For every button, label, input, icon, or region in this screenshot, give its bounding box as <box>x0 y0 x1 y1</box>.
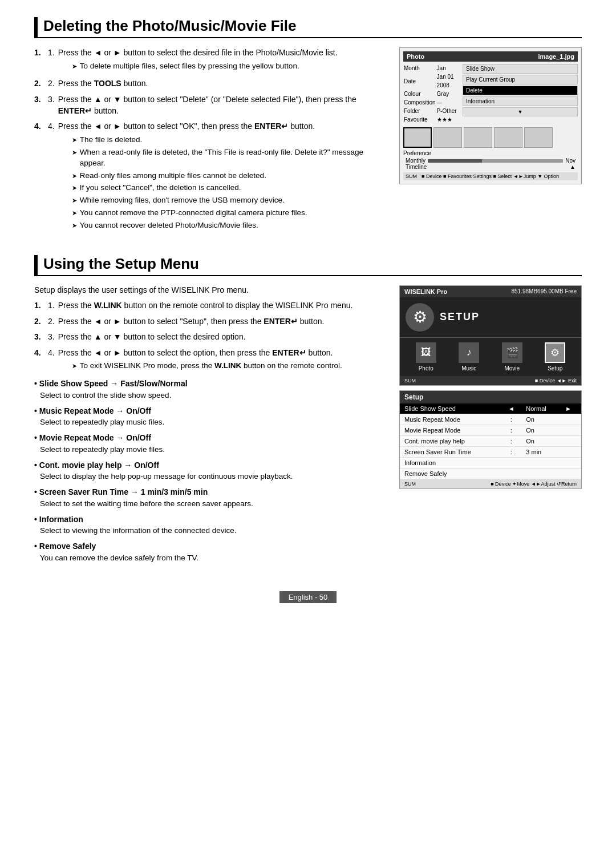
wiselink-label: WISELINK Pro <box>404 288 447 295</box>
setup-step-2: 2. Press the ◄ or ► button to select "Se… <box>34 316 388 328</box>
delete-step-4: 4. Press the ◄ or ► button to select "OK… <box>34 121 388 233</box>
setup-table-ui: Setup Slide Show Speed ◄ Normal ► Music … <box>399 390 582 489</box>
menu-slideshow: Slide Show <box>463 64 578 74</box>
wiselink-gear-icon: ⚙ <box>406 303 434 332</box>
setup-table-footer: SUM ■ Device ✦Move ◄►Adjust ↺Return <box>400 479 581 488</box>
wiselink-setup-label: SETUP <box>440 311 480 323</box>
wiselink-storage: 851.98MB695.00MB Free <box>511 288 577 294</box>
wiselink-icon-setup: ⚙ Setup <box>545 342 565 371</box>
section-setup: Using the Setup Menu Setup displays the … <box>34 255 582 568</box>
setup-row-movie: Movie Repeat Mode : On <box>400 425 581 435</box>
setup-bullets: • Slide Show Speed → Fast/Slow/Normal Se… <box>34 378 388 563</box>
sub-recover: You cannot recover deleted Photo/Music/M… <box>72 220 388 231</box>
delete-step-1-sub: To delete multiple files, select files b… <box>72 61 338 72</box>
photo-ui-filename: image_1.jpg <box>538 53 574 60</box>
sub-ptp: You cannot remove the PTP-connected digi… <box>72 208 388 219</box>
section-setup-text: Setup displays the user settings of the … <box>34 285 388 568</box>
section-setup-title: Using the Setup Menu <box>34 255 582 276</box>
bullet-remove: • Remove Safely You can remove the devic… <box>34 541 388 563</box>
wiselink-footer: SUM ■ Device ◄► Exit <box>400 376 581 385</box>
sub-usb: While removing files, don't remove the U… <box>72 195 388 206</box>
photo-ui-footer: SUM ■ Device ■ Favourites Settings ■ Sel… <box>403 172 578 180</box>
wiselink-icon-row: 🖼 Photo ♪ Music 🎬 Movie ⚙ Setup <box>400 337 581 376</box>
setup-intro: Setup displays the user settings of the … <box>34 285 388 294</box>
setup-table-header: Setup <box>400 391 581 403</box>
section-delete-title: Deleting the Photo/Music/Movie File <box>34 17 582 38</box>
thumb-1 <box>403 127 432 148</box>
delete-step-3: 3. Press the ▲ or ▼ button to select "De… <box>34 94 388 116</box>
setup-row-screensaver: Screen Saver Run Time : 3 min <box>400 446 581 457</box>
section-delete: Deleting the Photo/Music/Movie File 1. P… <box>34 17 582 238</box>
setup-ui-mock: WISELINK Pro 851.98MB695.00MB Free ⚙ SET… <box>399 285 582 568</box>
wiselink-icon-movie: 🎬 Movie <box>502 342 522 371</box>
menu-playcurrent: Play Current Group <box>463 75 578 84</box>
bullet-slideshow: • Slide Show Speed → Fast/Slow/Normal Se… <box>34 378 388 401</box>
setup-step-4: 4. Press the ◄ or ► button to select the… <box>34 348 388 374</box>
menu-more: ▼ <box>463 107 578 116</box>
thumb-4 <box>494 127 522 148</box>
setup-row-slideshow: Slide Show Speed ◄ Normal ► <box>400 403 581 414</box>
wiselink-icon-photo: 🖼 Photo <box>416 342 436 371</box>
menu-information: Information <box>463 96 578 106</box>
bullet-movie: • Movie Repeat Mode → On/Off Select to r… <box>34 433 388 455</box>
section-delete-text: 1. Press the ◄ or ► button to select the… <box>34 47 388 238</box>
photo-ui-mock: Photo image_1.jpg MonthJan DateJan 01 20… <box>399 47 582 238</box>
menu-delete: Delete <box>463 86 578 95</box>
bullet-screensaver: • Screen Saver Run Time → 1 min/3 min/5 … <box>34 487 388 509</box>
setup-row-information: Information <box>400 457 581 468</box>
wiselink-icon-music: ♪ Music <box>459 342 479 371</box>
setup-row-remove: Remove Safely <box>400 468 581 479</box>
sub-cancel: If you select "Cancel", the deletion is … <box>72 183 388 193</box>
setup-row-cont: Cont. movie play help : On <box>400 435 581 446</box>
setup-step-3: 3. Press the ▲ or ▼ button to select the… <box>34 332 388 343</box>
photo-ui-label: Photo <box>407 53 424 60</box>
page-footer: English - 50 <box>34 585 582 603</box>
delete-substeps: The file is deleted. When a read-only fi… <box>58 135 388 231</box>
thumb-3 <box>464 127 492 148</box>
delete-step-2: 2. Press the TOOLS button. <box>34 78 388 90</box>
delete-steps-list: 1. Press the ◄ or ► button to select the… <box>34 47 388 233</box>
sub-deleted: The file is deleted. <box>72 135 388 146</box>
thumb-5 <box>524 127 553 148</box>
setup-sub: To exit WISELINK Pro mode, press the W.L… <box>58 361 342 371</box>
page-number: English - 50 <box>279 591 337 603</box>
bullet-music: • Music Repeat Mode → On/Off Select to r… <box>34 406 388 428</box>
photo-progress-bar-wrapper: Preference Monthly Nov Timeline ▲ <box>403 150 578 170</box>
setup-steps-list: 1. Press the W.LINK button on the remote… <box>34 300 388 374</box>
setup-step-1: 1. Press the W.LINK button on the remote… <box>34 300 388 312</box>
thumb-2 <box>433 127 462 148</box>
bullet-information: • Information Select to viewing the info… <box>34 514 388 536</box>
photo-thumbnails <box>403 127 578 148</box>
setup-options-table: Slide Show Speed ◄ Normal ► Music Repeat… <box>400 403 581 479</box>
photo-info-table: MonthJan DateJan 01 2008 ColourGray Comp… <box>403 64 460 124</box>
bullet-cont: • Cont. movie play help → On/Off Select … <box>34 460 388 482</box>
sub-readonly2: Read-only files among multiple files can… <box>72 171 388 181</box>
delete-step-1: 1. Press the ◄ or ► button to select the… <box>34 47 388 74</box>
setup-sub-exit: To exit WISELINK Pro mode, press the W.L… <box>72 361 342 371</box>
setup-row-music: Music Repeat Mode : On <box>400 414 581 425</box>
sub-readonly: When a read-only file is deleted, the "T… <box>72 147 388 169</box>
